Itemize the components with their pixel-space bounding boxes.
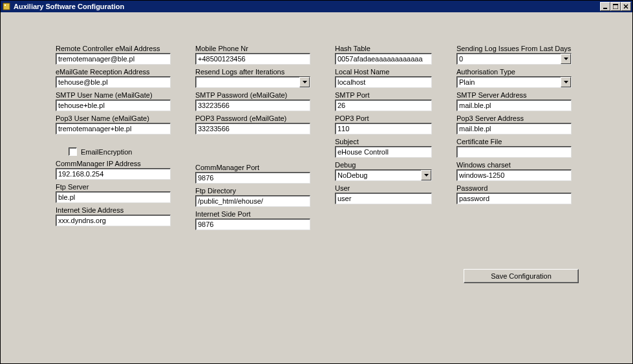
pop3-user-label: Pop3 User Name (eMailGate)	[56, 114, 171, 122]
debug-select[interactable]: NoDebug	[335, 169, 432, 181]
chevron-down-icon	[561, 54, 571, 64]
certificate-label: Certificate File	[456, 138, 572, 145]
commmanager-ip-input[interactable]	[56, 168, 171, 180]
log-days-select[interactable]: 0	[456, 53, 572, 65]
svg-rect-4	[613, 4, 618, 5]
svg-rect-1	[5, 5, 6, 6]
titlebar: Auxiliary Software Configuration	[1, 1, 632, 12]
pop3-port-input[interactable]	[335, 123, 432, 134]
column-2: Mobile Phone Nr Resend Logs after Iterat…	[195, 45, 310, 233]
remote-email-label: Remote Controller eMail Address	[56, 45, 171, 52]
smtp-server-label: SMTP Server Address	[456, 91, 572, 99]
pop3-password-input[interactable]	[195, 123, 310, 134]
svg-marker-9	[564, 58, 568, 60]
window-title: Auxiliary Software Configuration	[14, 3, 600, 10]
remote-email-input[interactable]	[56, 53, 171, 65]
email-encryption-checkbox[interactable]	[69, 147, 77, 156]
auth-type-select[interactable]: Plain	[456, 76, 572, 88]
pop3-user-input[interactable]	[56, 123, 171, 134]
charset-label: Windows charset	[456, 161, 572, 169]
charset-input[interactable]	[456, 169, 572, 181]
log-days-label: Sending Log Issues From Last Days	[456, 45, 572, 52]
pop3-server-label: Pop3 Server Address	[456, 114, 572, 122]
pop3-server-input[interactable]	[456, 123, 572, 134]
maximize-button[interactable]	[610, 2, 621, 11]
debug-label: Debug	[335, 161, 432, 169]
save-configuration-button[interactable]: Save Configuration	[464, 269, 579, 283]
column-3: Hash Table Local Host Name SMTP Port POP…	[335, 45, 432, 233]
log-days-value: 0	[457, 55, 561, 63]
smtp-password-input[interactable]	[195, 100, 310, 111]
user-label: User	[335, 184, 432, 192]
pop3-password-label: POP3 Password (eMailGate)	[195, 114, 310, 122]
smtp-user-label: SMTP User Name (eMailGate)	[56, 91, 171, 99]
minimize-button[interactable]	[600, 2, 610, 11]
subject-label: Subject	[335, 138, 432, 145]
ftp-directory-input[interactable]	[195, 195, 310, 207]
chevron-down-icon	[421, 170, 431, 180]
user-input[interactable]	[335, 193, 432, 204]
ftp-directory-label: Ftp Directory	[195, 187, 310, 195]
svg-marker-8	[424, 174, 429, 177]
resend-logs-label: Resend Logs after Iterations	[195, 68, 310, 76]
svg-marker-7	[303, 81, 307, 83]
close-button[interactable]	[621, 2, 631, 11]
internet-port-label: Internet Side Port	[195, 210, 310, 218]
smtp-user-input[interactable]	[56, 100, 171, 111]
app-icon	[2, 2, 11, 11]
svg-rect-0	[3, 3, 10, 10]
internet-address-input[interactable]	[56, 215, 171, 226]
svg-rect-2	[603, 8, 607, 9]
localhost-input[interactable]	[335, 76, 432, 88]
hash-table-label: Hash Table	[335, 45, 432, 52]
auth-type-value: Plain	[457, 78, 561, 86]
window-buttons	[600, 2, 631, 11]
resend-logs-select[interactable]	[195, 76, 310, 88]
pop3-port-label: POP3 Port	[335, 114, 432, 122]
ftp-server-label: Ftp Server	[56, 183, 171, 191]
password-input[interactable]	[456, 193, 572, 204]
mobile-phone-input[interactable]	[195, 53, 310, 65]
password-label: Password	[456, 184, 572, 192]
internet-port-input[interactable]	[195, 219, 310, 230]
certificate-input[interactable]	[456, 146, 572, 158]
column-4: Sending Log Issues From Last Days 0 Auth…	[456, 45, 572, 233]
smtp-port-label: SMTP Port	[335, 91, 432, 99]
svg-marker-10	[564, 81, 568, 83]
ftp-server-input[interactable]	[56, 191, 171, 203]
client-area: Remote Controller eMail Address eMailGat…	[1, 12, 632, 363]
hash-table-input[interactable]	[335, 53, 432, 65]
mobile-phone-label: Mobile Phone Nr	[195, 45, 310, 52]
subject-input[interactable]	[335, 146, 432, 158]
smtp-server-input[interactable]	[456, 100, 572, 111]
localhost-label: Local Host Name	[335, 68, 432, 76]
internet-address-label: Internet Side Address	[56, 206, 171, 214]
column-1: Remote Controller eMail Address eMailGat…	[56, 45, 171, 233]
smtp-password-label: SMTP Password (eMailGate)	[195, 91, 310, 99]
smtp-port-input[interactable]	[335, 100, 432, 111]
reception-address-input[interactable]	[56, 76, 171, 88]
commmanager-port-label: CommManager Port	[195, 164, 310, 171]
window: Auxiliary Software Configuration Remote …	[0, 0, 633, 364]
debug-value: NoDebug	[336, 171, 421, 179]
chevron-down-icon	[561, 77, 571, 87]
reception-address-label: eMailGate Reception Address	[56, 68, 171, 76]
auth-type-label: Authorisation Type	[456, 68, 572, 76]
commmanager-port-input[interactable]	[195, 172, 310, 184]
email-encryption-label: EmailEncryption	[81, 148, 132, 156]
chevron-down-icon	[299, 77, 310, 87]
commmanager-ip-label: CommManager IP Address	[56, 160, 171, 167]
